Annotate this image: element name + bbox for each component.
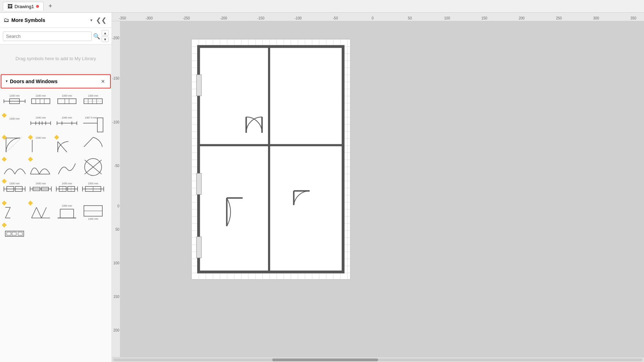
ruler-mark: 300 <box>593 16 599 20</box>
symbol-item-8[interactable]: 1367.5 mm <box>80 113 106 134</box>
ruler-mark: 0 <box>372 16 374 20</box>
svg-text:1200 mm: 1200 mm <box>35 94 46 97</box>
symbol-item-17[interactable]: 1500 mm <box>1 178 28 200</box>
scroll-track[interactable] <box>113 358 643 361</box>
symbol-item-12[interactable] <box>80 134 106 156</box>
svg-text:1340 mm: 1340 mm <box>62 116 72 119</box>
symbol-item-25[interactable] <box>1 222 28 243</box>
ruler-mark-y: 150 <box>113 295 119 299</box>
ruler-mark-y: 50 <box>115 228 119 231</box>
main-layout: 🗂 More Symbols ▾ ❮❮ 🔍 ▲ ▼ Drag symbols h… <box>0 13 644 362</box>
svg-rect-100 <box>196 75 201 96</box>
canvas-area[interactable] <box>120 21 644 357</box>
top-bar: 🖼 Drawing1 + <box>0 0 644 13</box>
sidebar: 🗂 More Symbols ▾ ❮❮ 🔍 ▲ ▼ Drag symbols h… <box>0 13 112 362</box>
scroll-up-button[interactable]: ▲ <box>102 30 109 36</box>
tab-modified-dot <box>36 5 39 8</box>
svg-rect-35 <box>97 118 103 132</box>
search-button[interactable]: 🔍 <box>93 33 100 40</box>
svg-line-46 <box>84 137 93 147</box>
sidebar-chevron-icon: ▾ <box>90 18 92 23</box>
ruler-mark: -200 <box>220 16 227 20</box>
category-label: Doors and Windows <box>10 79 98 84</box>
symbol-row-1: 1200 mm 1200 mm <box>1 91 110 112</box>
svg-text:1300 mm: 1300 mm <box>62 94 72 97</box>
add-tab-button[interactable]: + <box>46 2 55 11</box>
symbol-item-2[interactable]: 1200 mm <box>28 91 54 112</box>
sidebar-collapse-button[interactable]: ❮❮ <box>95 16 108 25</box>
ruler-mark-y: 200 <box>113 328 119 332</box>
bottom-scrollbar[interactable] <box>112 357 644 362</box>
symbol-item-6[interactable]: 1340 mm <box>28 113 54 134</box>
symbol-item-20[interactable]: 1500 mm <box>80 178 106 200</box>
category-header-doors-windows[interactable]: ▾ Doors and Windows ✕ <box>1 74 111 88</box>
symbol-item-14[interactable] <box>28 156 54 178</box>
symbol-item-5[interactable]: 1300 mm <box>1 113 28 134</box>
symbol-item-3[interactable]: 1300 mm <box>54 91 80 112</box>
symbol-item-7[interactable]: 1340 mm <box>54 113 80 134</box>
ruler-mark-y: -150 <box>112 76 119 80</box>
symbol-item-10[interactable]: 1340 mm <box>28 134 54 156</box>
symbol-item-1[interactable]: 1200 mm <box>1 91 28 112</box>
symbol-item-22[interactable] <box>28 200 54 222</box>
svg-rect-101 <box>196 173 201 195</box>
drawing-wrap: -200 -150 -100 -50 0 50 100 150 200 <box>112 21 644 357</box>
symbol-row-5: 1500 mm 1400 mm <box>1 178 110 200</box>
svg-text:1450 mm: 1450 mm <box>62 182 72 185</box>
ruler-mark: -150 <box>257 16 264 20</box>
sidebar-header: 🗂 More Symbols ▾ ❮❮ <box>0 13 112 28</box>
ruler-mark: -300 <box>146 16 153 20</box>
symbol-item-18[interactable]: 1400 mm <box>28 178 54 200</box>
symbol-row-6: 1300 mm 1340 mm <box>1 200 110 222</box>
symbol-item-21[interactable] <box>1 200 28 222</box>
svg-text:1340 mm: 1340 mm <box>35 116 46 119</box>
ruler-mark-y: 100 <box>113 261 119 265</box>
drop-zone: Drag symbols here to add to My Library <box>0 45 112 74</box>
ruler-mark-y: -200 <box>112 36 119 40</box>
symbol-item-9[interactable] <box>1 134 28 156</box>
scroll-thumb[interactable] <box>272 358 378 361</box>
symbol-item-23[interactable]: 1300 mm <box>54 200 80 222</box>
ruler-mark: 150 <box>481 16 488 20</box>
svg-rect-89 <box>18 232 22 235</box>
svg-text:1200 mm: 1200 mm <box>9 94 19 97</box>
ruler-mark: -100 <box>295 16 302 20</box>
svg-rect-88 <box>12 232 16 235</box>
search-input[interactable] <box>3 31 92 41</box>
symbols-scroll-area[interactable]: 1200 mm 1200 mm <box>0 89 112 362</box>
symbol-item-11[interactable] <box>54 134 80 156</box>
svg-text:1300 mm: 1300 mm <box>9 117 19 120</box>
symbol-item-24[interactable]: 1340 mm <box>80 200 106 222</box>
ruler-mark: 100 <box>444 16 450 20</box>
svg-rect-87 <box>7 232 11 235</box>
ruler-x: -350 -300 -250 -200 -150 -100 -50 0 50 1… <box>112 13 644 21</box>
ruler-mark: 250 <box>556 16 562 20</box>
ruler-mark: -250 <box>183 16 190 20</box>
symbol-row-2: 1300 mm 1340 mm <box>1 113 110 134</box>
symbol-item-4[interactable]: 1300 mm <box>80 91 106 112</box>
svg-rect-10 <box>58 99 76 104</box>
symbol-item-19[interactable]: 1450 mm <box>54 178 80 200</box>
symbol-row-7 <box>1 222 110 243</box>
drawing-tab[interactable]: 🖼 Drawing1 <box>3 2 44 11</box>
svg-rect-90 <box>199 46 343 272</box>
library-icon: 🗂 <box>4 17 9 23</box>
scroll-arrows: ▲ ▼ <box>102 30 109 42</box>
svg-rect-102 <box>196 237 201 258</box>
category-close-button[interactable]: ✕ <box>100 79 106 84</box>
category-toggle-icon: ▾ <box>6 79 8 84</box>
drop-zone-text: Drag symbols here to add to My Library <box>16 56 96 61</box>
symbol-item-15[interactable] <box>54 156 80 178</box>
svg-text:1340 mm: 1340 mm <box>88 218 98 220</box>
symbol-item-16[interactable] <box>80 156 106 178</box>
ruler-mark: -350 <box>119 16 126 20</box>
symbol-row-3: 1340 mm <box>1 134 110 156</box>
content-area: -350 -300 -250 -200 -150 -100 -50 0 50 1… <box>112 13 644 362</box>
svg-text:1500 mm: 1500 mm <box>88 182 98 185</box>
symbol-item-13[interactable] <box>1 156 28 178</box>
search-area: 🔍 ▲ ▼ <box>0 28 112 45</box>
symbol-row-4 <box>1 156 110 178</box>
floorplan-svg <box>192 39 350 279</box>
scroll-down-button[interactable]: ▼ <box>102 36 109 42</box>
drawing-canvas <box>191 39 351 280</box>
